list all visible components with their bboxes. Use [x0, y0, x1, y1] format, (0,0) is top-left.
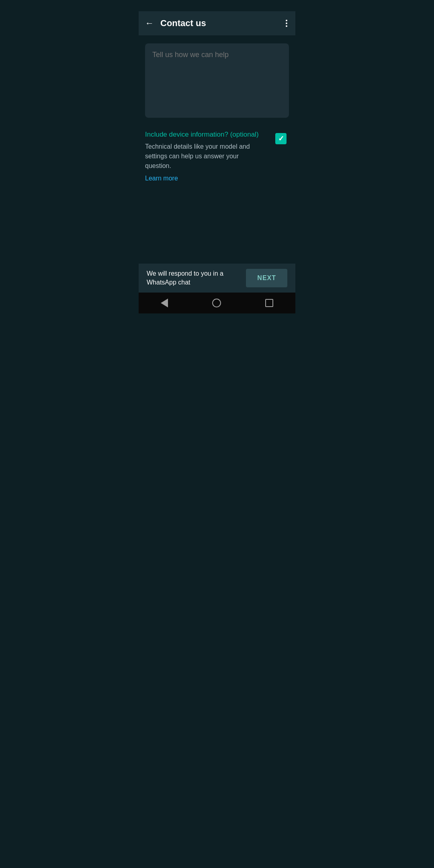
- nav-home-button[interactable]: [212, 299, 221, 307]
- main-content: Include device information? (optional) T…: [139, 35, 295, 190]
- checkmark-icon: ✓: [278, 134, 284, 143]
- nav-back-button[interactable]: [161, 299, 168, 307]
- nav-recents-button[interactable]: [265, 299, 273, 307]
- dot2: [286, 23, 287, 24]
- bottom-bar: We will respond to you in a WhatsApp cha…: [139, 264, 295, 293]
- nav-recents-icon: [265, 299, 273, 307]
- back-button[interactable]: ←: [145, 18, 154, 29]
- device-info-checkbox-container[interactable]: ✓: [273, 131, 289, 147]
- device-info-description: Technical details like your model and se…: [145, 142, 266, 171]
- learn-more-link[interactable]: Learn more: [145, 175, 178, 182]
- help-textarea[interactable]: [145, 43, 289, 118]
- dot1: [286, 20, 287, 21]
- app-bar: ← Contact us: [139, 11, 295, 35]
- page-title: Contact us: [160, 18, 278, 29]
- dot3: [286, 25, 287, 27]
- device-info-checkbox[interactable]: ✓: [275, 133, 287, 144]
- respond-text: We will respond to you in a WhatsApp cha…: [147, 269, 223, 287]
- more-options-button[interactable]: [284, 18, 289, 29]
- device-info-section: Include device information? (optional) T…: [145, 131, 289, 182]
- next-button[interactable]: NEXT: [246, 269, 287, 287]
- nav-back-icon: [161, 299, 168, 307]
- nav-home-icon: [212, 299, 221, 307]
- navigation-bar: [139, 293, 295, 313]
- status-bar: [139, 0, 295, 11]
- device-info-title: Include device information? (optional): [145, 131, 266, 139]
- device-info-text: Include device information? (optional) T…: [145, 131, 273, 182]
